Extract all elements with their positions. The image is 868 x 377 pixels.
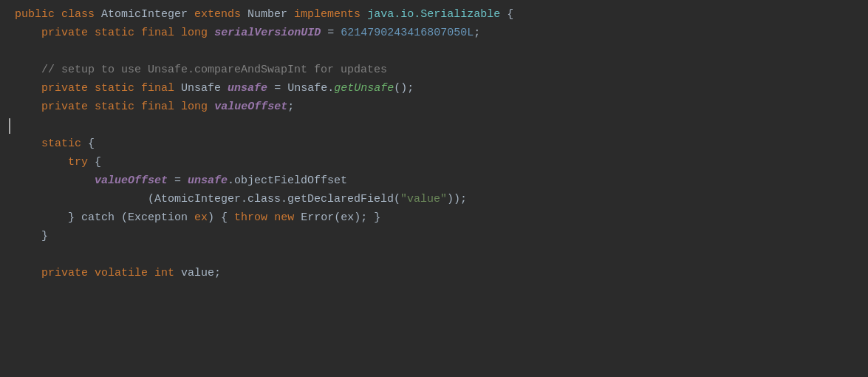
- code-token: [134, 24, 141, 42]
- code-token: [15, 209, 68, 227]
- code-line: (AtomicInteger.class.getDeclaredField("v…: [0, 191, 868, 209]
- code-token: final: [141, 24, 174, 42]
- code-token: {: [88, 154, 101, 171]
- code-token: [15, 61, 41, 79]
- code-line: public class AtomicInteger extends Numbe…: [0, 6, 868, 24]
- code-token: unsafe: [228, 80, 267, 98]
- code-line: [0, 246, 868, 265]
- code-token: valueOffset: [95, 172, 168, 190]
- code-line: private static final long valueOffset;: [0, 98, 868, 117]
- code-token: static: [41, 135, 81, 153]
- code-token: (AtomicInteger.class.getDeclaredField(: [148, 191, 400, 208]
- code-token: volatile: [95, 265, 148, 282]
- code-token: private: [41, 98, 88, 116]
- code-token: [15, 265, 41, 282]
- code-line: // setup to use Unsafe.compareAndSwapInt…: [0, 61, 868, 80]
- code-token: Number: [241, 6, 294, 24]
- code-line: valueOffset = unsafe.objectFieldOffset: [0, 172, 868, 191]
- code-token: ex: [194, 209, 208, 227]
- code-token: ) {: [208, 209, 234, 227]
- code-token: public: [15, 6, 55, 24]
- code-token: [15, 135, 41, 153]
- code-token: unsafe: [188, 172, 228, 190]
- code-token: ;: [287, 98, 294, 116]
- code-line: private static final Unsafe unsafe = Uns…: [0, 80, 868, 98]
- code-token: }: [15, 228, 48, 245]
- code-token: [208, 24, 214, 42]
- code-token: private: [41, 265, 88, 282]
- code-token: static: [95, 24, 134, 42]
- code-token: =: [321, 24, 341, 42]
- code-token: [15, 98, 41, 116]
- code-line: try {: [0, 154, 868, 172]
- code-token: [15, 154, 68, 171]
- code-line: static {: [0, 135, 868, 154]
- code-token: =: [168, 172, 188, 190]
- code-token: [88, 24, 95, 42]
- code-token: class: [61, 6, 95, 24]
- code-token: [360, 6, 367, 24]
- code-token: ;: [474, 24, 480, 42]
- code-line: private volatile int value;: [0, 265, 868, 283]
- code-token: long: [181, 24, 208, 42]
- code-token: Error(ex); }: [294, 209, 380, 227]
- code-token: {: [81, 135, 95, 153]
- code-token: [15, 172, 95, 190]
- code-token: value;: [174, 265, 221, 282]
- code-token: (Exception: [121, 209, 194, 227]
- code-token: [134, 80, 141, 98]
- code-token: extends: [194, 6, 241, 24]
- code-token: final: [141, 80, 174, 98]
- code-line: }: [0, 228, 868, 246]
- code-token: [148, 265, 154, 282]
- code-token: valueOffset: [214, 98, 287, 116]
- code-token: private: [41, 24, 88, 42]
- code-token: throw: [234, 209, 267, 227]
- code-token: new: [274, 209, 294, 227]
- code-token: [15, 24, 41, 42]
- code-token: [88, 265, 95, 282]
- code-token: [208, 98, 214, 116]
- code-token: [174, 24, 181, 42]
- code-line: [0, 117, 868, 135]
- code-token: serialVersionUID: [214, 24, 321, 42]
- code-token: final: [141, 98, 174, 116]
- code-token: ();: [394, 80, 414, 98]
- code-token: [88, 80, 95, 98]
- code-token: static: [95, 80, 134, 98]
- code-token: static: [95, 98, 134, 116]
- code-token: try: [68, 154, 88, 171]
- code-token: [15, 191, 148, 208]
- code-editor: public class AtomicInteger extends Numbe…: [0, 0, 868, 377]
- code-token: = Unsafe.: [267, 80, 334, 98]
- code-token: int: [154, 265, 174, 282]
- code-token: java.io.Serializable: [367, 6, 500, 24]
- code-token: long: [181, 98, 208, 116]
- code-line: [0, 43, 868, 61]
- code-token: {: [500, 6, 513, 24]
- code-token: [174, 98, 181, 116]
- code-token: getUnsafe: [334, 80, 394, 98]
- code-line: } catch (Exception ex) { throw new Error…: [0, 209, 868, 228]
- code-token: [55, 6, 61, 24]
- code-token: "value": [400, 191, 447, 208]
- code-token: // setup to use Unsafe.compareAndSwapInt…: [41, 61, 387, 79]
- code-token: ));: [447, 191, 467, 208]
- code-token: .objectFieldOffset: [228, 172, 347, 190]
- code-token: [88, 98, 95, 116]
- code-token: 6214790243416807050L: [341, 24, 474, 42]
- code-token: catch: [75, 209, 121, 227]
- code-token: [15, 80, 41, 98]
- code-token: Unsafe: [174, 80, 228, 98]
- code-token: [134, 98, 141, 116]
- code-line: [0, 283, 868, 302]
- code-token: private: [41, 80, 88, 98]
- code-token: implements: [294, 6, 360, 24]
- code-line: private static final long serialVersionU…: [0, 24, 868, 43]
- code-token: AtomicInteger: [95, 6, 194, 24]
- code-token: }: [68, 209, 75, 227]
- code-token: [267, 209, 274, 227]
